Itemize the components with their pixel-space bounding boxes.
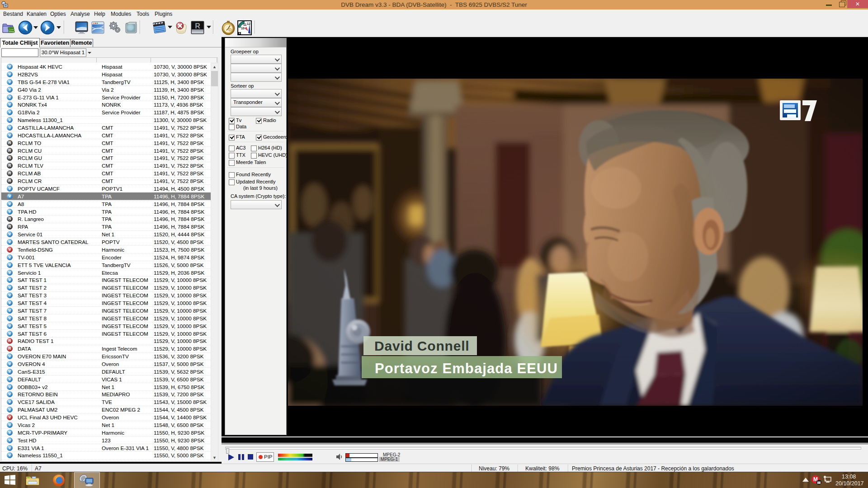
svg-text:11: 11 [243, 23, 247, 26]
svg-text:12: 12 [247, 22, 250, 25]
svg-text:Portavoz Embajada EEUU: Portavoz Embajada EEUU [375, 361, 558, 376]
svg-text:R: R [195, 22, 200, 30]
svg-text:10: 10 [241, 27, 245, 30]
svg-text:David Connell: David Connell [374, 338, 469, 353]
